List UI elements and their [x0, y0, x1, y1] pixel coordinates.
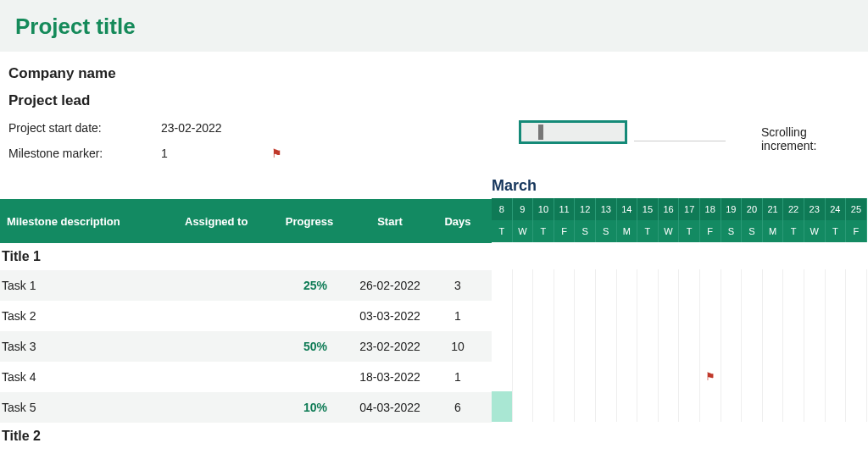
- task-row[interactable]: Task 203-03-20221: [0, 301, 492, 331]
- task-start-cell[interactable]: 18-03-2022: [348, 370, 432, 384]
- calendar-day-cell[interactable]: [492, 300, 513, 330]
- calendar-day-cell[interactable]: [804, 300, 826, 330]
- task-days-cell[interactable]: 1: [432, 370, 483, 384]
- calendar-day-cell[interactable]: [637, 330, 659, 361]
- calendar-day-cell[interactable]: [700, 391, 721, 422]
- task-progress-cell[interactable]: 25%: [271, 270, 348, 301]
- calendar-day-cell[interactable]: [783, 361, 804, 391]
- calendar-day-cell[interactable]: [679, 269, 700, 300]
- calendar-day-cell[interactable]: [492, 361, 513, 391]
- calendar-day-cell[interactable]: [575, 330, 596, 361]
- scrollbar-thumb[interactable]: [538, 125, 543, 140]
- calendar-day-cell[interactable]: [826, 391, 847, 422]
- calendar-day-cell[interactable]: [679, 300, 700, 330]
- calendar-day-cell[interactable]: [742, 300, 763, 330]
- calendar-day-cell[interactable]: [513, 300, 534, 330]
- calendar-day-cell[interactable]: [742, 330, 763, 361]
- calendar-day-cell[interactable]: [637, 300, 659, 330]
- horizontal-scrollbar[interactable]: [519, 120, 627, 144]
- calendar-day-cell[interactable]: [679, 391, 700, 422]
- task-name-cell[interactable]: Task 2: [0, 309, 178, 323]
- calendar-day-cell[interactable]: [554, 269, 576, 300]
- task-progress-cell[interactable]: 50%: [271, 331, 348, 362]
- calendar-day-cell[interactable]: [617, 269, 638, 300]
- calendar-day-cell[interactable]: [742, 391, 763, 422]
- calendar-day-cell[interactable]: [617, 361, 638, 391]
- calendar-day-cell[interactable]: [659, 330, 680, 361]
- calendar-day-cell[interactable]: [846, 391, 867, 422]
- task-progress-cell[interactable]: [271, 362, 348, 392]
- calendar-day-cell[interactable]: [804, 269, 826, 300]
- calendar-day-cell[interactable]: [721, 330, 743, 361]
- calendar-day-cell[interactable]: [617, 330, 638, 361]
- task-progress-cell[interactable]: 10%: [271, 392, 348, 423]
- calendar-day-cell[interactable]: [513, 330, 534, 361]
- calendar-day-cell[interactable]: [554, 330, 576, 361]
- task-progress-cell[interactable]: [271, 301, 348, 331]
- calendar-day-cell[interactable]: [721, 300, 743, 330]
- calendar-day-cell[interactable]: [742, 361, 763, 391]
- task-row[interactable]: Task 418-03-20221: [0, 362, 492, 392]
- calendar-day-cell[interactable]: [846, 269, 867, 300]
- calendar-day-cell[interactable]: [783, 300, 804, 330]
- calendar-day-cell[interactable]: [846, 361, 867, 391]
- task-row[interactable]: Task 510%04-03-20226: [0, 392, 492, 423]
- calendar-day-cell[interactable]: [575, 300, 596, 330]
- calendar-day-cell[interactable]: [763, 269, 784, 300]
- calendar-day-cell[interactable]: [492, 330, 513, 361]
- calendar-day-cell[interactable]: [513, 391, 534, 422]
- calendar-day-cell[interactable]: [596, 269, 617, 300]
- calendar-day-cell[interactable]: [763, 330, 784, 361]
- calendar-day-cell[interactable]: [533, 269, 554, 300]
- task-name-cell[interactable]: Task 3: [0, 340, 178, 353]
- calendar-day-cell[interactable]: [492, 391, 513, 422]
- calendar-day-cell[interactable]: [783, 330, 804, 361]
- calendar-day-cell[interactable]: [783, 269, 804, 300]
- calendar-day-cell[interactable]: [846, 300, 867, 330]
- task-start-cell[interactable]: 04-03-2022: [348, 401, 432, 414]
- calendar-day-cell[interactable]: [533, 391, 554, 422]
- task-name-cell[interactable]: Task 1: [0, 279, 178, 292]
- calendar-day-cell[interactable]: [596, 391, 617, 422]
- calendar-day-cell[interactable]: [575, 361, 596, 391]
- calendar-day-cell[interactable]: [637, 269, 659, 300]
- calendar-day-cell[interactable]: [763, 391, 784, 422]
- calendar-day-cell[interactable]: [637, 391, 659, 422]
- calendar-day-cell[interactable]: [617, 300, 638, 330]
- calendar-day-cell[interactable]: [596, 330, 617, 361]
- calendar-day-cell[interactable]: [679, 330, 700, 361]
- calendar-day-cell[interactable]: [846, 330, 867, 361]
- calendar-day-cell[interactable]: [783, 391, 804, 422]
- calendar-day-cell[interactable]: [554, 391, 576, 422]
- calendar-day-cell[interactable]: [721, 269, 743, 300]
- task-days-cell[interactable]: 3: [432, 279, 483, 292]
- calendar-day-cell[interactable]: [700, 330, 721, 361]
- calendar-day-cell[interactable]: [596, 361, 617, 391]
- calendar-day-cell[interactable]: [533, 300, 554, 330]
- task-start-cell[interactable]: 23-02-2022: [348, 340, 432, 353]
- calendar-day-cell[interactable]: [575, 269, 596, 300]
- task-days-cell[interactable]: 10: [432, 340, 483, 353]
- calendar-day-cell[interactable]: [804, 391, 826, 422]
- calendar-day-cell[interactable]: [575, 391, 596, 422]
- calendar-day-cell[interactable]: [679, 361, 700, 391]
- calendar-day-cell[interactable]: [659, 391, 680, 422]
- task-days-cell[interactable]: 6: [432, 401, 483, 414]
- calendar-day-cell[interactable]: [742, 269, 763, 300]
- task-row[interactable]: Task 350%23-02-202210: [0, 331, 492, 362]
- calendar-day-cell[interactable]: [763, 361, 784, 391]
- calendar-day-cell[interactable]: [533, 361, 554, 391]
- calendar-day-cell[interactable]: [513, 361, 534, 391]
- calendar-day-cell[interactable]: [700, 300, 721, 330]
- task-days-cell[interactable]: 1: [432, 309, 483, 323]
- calendar-day-cell[interactable]: [804, 330, 826, 361]
- calendar-day-cell[interactable]: [826, 269, 847, 300]
- calendar-day-cell[interactable]: [637, 361, 659, 391]
- calendar-day-cell[interactable]: [596, 300, 617, 330]
- calendar-day-cell[interactable]: [659, 300, 680, 330]
- task-start-cell[interactable]: 26-02-2022: [348, 279, 432, 292]
- task-row[interactable]: Task 125%26-02-20223: [0, 270, 492, 301]
- task-name-cell[interactable]: Task 4: [0, 370, 178, 384]
- calendar-day-cell[interactable]: [721, 361, 743, 391]
- calendar-day-cell[interactable]: [554, 300, 576, 330]
